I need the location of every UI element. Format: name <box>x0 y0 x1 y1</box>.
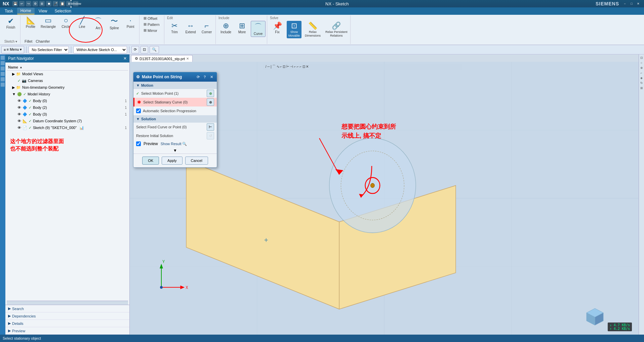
relax-persistent-btn[interactable]: 🔗 Relax PersistentRelations <box>324 21 349 38</box>
window-controls[interactable]: − □ ✕ <box>622 1 641 6</box>
automatic-selection-row[interactable]: Automatic Selection Progression <box>133 106 217 115</box>
trim-btn[interactable]: ✂ Trim <box>167 21 182 35</box>
dialog-refresh-icon[interactable]: ⟳ <box>195 74 201 80</box>
motion-section-header[interactable]: ▼ Motion <box>133 82 217 89</box>
close-btn[interactable]: ✕ <box>635 1 641 6</box>
relax-dimensions-btn[interactable]: 📏 RelaxDimensions <box>304 21 322 38</box>
zoom-btn[interactable]: 🔍 <box>150 46 159 53</box>
tab-close-icon[interactable]: ✕ <box>186 57 189 60</box>
arc-btn[interactable]: ⌒ Arc <box>91 15 106 31</box>
pn-row-body0[interactable]: 👁 🔷 ✓ Body (0) 1 <box>7 97 128 104</box>
select-fixed-curve-row[interactable]: Select Fixed Curve or Point (0) ⊢ <box>133 123 217 131</box>
search-panel[interactable]: ▶ Search <box>5 305 129 312</box>
reset-view-btn[interactable]: ⟳ <box>131 46 139 53</box>
dropdown-arrow[interactable]: ▼ <box>133 147 217 154</box>
finish-btn[interactable]: ✔ Finish <box>3 16 18 30</box>
select-stationary-curve-btn[interactable]: ⊕ <box>207 98 214 106</box>
restore-btn[interactable]: ↺ <box>207 132 214 139</box>
show-movable-btn[interactable]: ⊡ ShowMovable <box>287 21 301 38</box>
clipboard-icon[interactable]: 📋 <box>59 1 65 6</box>
pn-close-icon[interactable]: ✕ <box>123 56 127 61</box>
sidebar-icon-4[interactable] <box>1 72 5 76</box>
minimize-btn[interactable]: − <box>622 1 628 6</box>
rs-icon-7[interactable]: ⊞ <box>640 86 644 90</box>
menu-btn[interactable]: ≡ ≡ Menu ▾ <box>1 46 24 53</box>
undo-icon[interactable]: ↩ <box>19 1 25 6</box>
rs-icon-3[interactable]: ⊕ <box>640 66 644 70</box>
preview-panel[interactable]: ▶ Preview <box>5 327 129 335</box>
cancel-btn[interactable]: Cancel <box>185 157 208 165</box>
selection-filter-dropdown[interactable]: No Selection Filter <box>29 46 69 53</box>
pn-row-body3[interactable]: 👁 🔷 ✓ Body (3) 1 <box>7 111 128 118</box>
window-menu-icon[interactable]: ▾ Window ▾ <box>73 1 78 6</box>
chamfer-btn[interactable]: Chamfer <box>34 39 51 44</box>
corner-btn[interactable]: ⌐ Corner <box>199 21 214 35</box>
maximize-btn[interactable]: □ <box>629 1 635 6</box>
spline-btn[interactable]: 〜 Spline <box>107 15 122 31</box>
pn-scrollbar[interactable] <box>7 301 128 305</box>
point-btn[interactable]: · Point <box>123 15 138 30</box>
canvas-tab[interactable]: ⚙ D135T-201001A001_stp.prt ✕ <box>131 55 193 62</box>
show-result-btn[interactable]: Show Result 🔍 <box>161 142 187 146</box>
mirror-btn[interactable]: ⊞ Mirror <box>142 28 163 33</box>
automatic-selection-checkbox[interactable] <box>136 109 141 113</box>
mic-icon[interactable]: 🎤 <box>53 1 58 6</box>
select-fixed-curve-btn[interactable]: ⊢ <box>207 123 214 131</box>
curve-btn[interactable]: ⌒ Curve <box>251 21 266 37</box>
menu-selection[interactable]: Selection <box>51 8 75 14</box>
pn-row-datum[interactable]: 👁 📐 ✓ Datum Coordinate System (7) <box>7 118 128 124</box>
sidebar-icon-5[interactable] <box>1 77 5 81</box>
pn-row-model-history[interactable]: ▼ 🟢 ✓ Model History <box>7 91 128 97</box>
fix-btn[interactable]: 📌 Fix <box>270 21 285 38</box>
rectangle-btn[interactable]: ▭ Rectangle <box>39 15 57 30</box>
pn-row-sketch[interactable]: 👁 📄 ✓ Sketch (9) "SKETCH_000" 📊 1 <box>7 124 128 131</box>
menu-view[interactable]: View <box>35 8 51 14</box>
within-filter-dropdown[interactable]: Within Active Sketch O... <box>73 46 127 53</box>
offset-btn[interactable]: ⊞ Offset <box>142 15 163 21</box>
ok-btn[interactable]: OK <box>142 157 159 165</box>
record-icon[interactable]: ⏺ <box>46 1 51 6</box>
more-btn[interactable]: ⊞ More <box>235 21 249 37</box>
pn-row-model-views[interactable]: ▶ 📁 Model Views <box>7 71 128 77</box>
dialog-close-icon[interactable]: ✕ <box>209 74 214 80</box>
sidebar-icon-3[interactable] <box>1 67 5 71</box>
fillet-btn[interactable]: Fillet <box>23 39 34 44</box>
details-panel[interactable]: ▶ Details <box>5 320 129 327</box>
rs-icon-1[interactable]: ⊡ <box>640 56 644 60</box>
options-icon[interactable]: ⚙ <box>33 1 38 6</box>
rs-icon-4[interactable]: ⌐ <box>640 71 644 75</box>
sidebar-icon-1[interactable] <box>1 56 5 60</box>
dialog-help-icon[interactable]: ? <box>202 74 207 80</box>
dependencies-panel[interactable]: ▶ Dependencies <box>5 312 129 320</box>
pn-row-body2[interactable]: 👁 🔷 ✓ Body (2) 1 <box>7 104 128 111</box>
viewport[interactable]: Y X / ─ | ⌒ ∿ ⌐ ⊡ ⊢ ⊣ ⌐ ⌐ ⌐ ⊡ ✕ 想要把圆心约束到… <box>130 62 639 335</box>
sketch-group-label: Sketch ▾ <box>4 40 17 43</box>
profile-btn[interactable]: 📐 Profile <box>23 15 38 30</box>
circle-btn[interactable]: ○ Circle <box>58 15 73 30</box>
pn-item-label: Body (2) <box>33 105 47 110</box>
fit-btn[interactable]: ⊡ <box>140 46 148 53</box>
include-btn[interactable]: ⊕ Include <box>218 21 233 37</box>
solution-section-header[interactable]: ▼ Solution <box>133 115 217 123</box>
select-motion-point-btn[interactable]: ⊕ <box>207 90 214 97</box>
fix-label: Fix <box>275 30 279 34</box>
redo-icon[interactable]: ↪ <box>26 1 31 6</box>
sidebar-icon-2[interactable] <box>1 61 5 65</box>
preview-checkbox[interactable] <box>136 141 141 146</box>
select-motion-point-row[interactable]: ✓ Select Motion Point (1) ⊕ <box>133 89 217 98</box>
save-icon[interactable]: 💾 <box>12 1 18 6</box>
pattern-btn[interactable]: ⊞ Pattern <box>142 22 163 27</box>
line-btn[interactable]: ╱ Line <box>75 15 89 30</box>
pn-row-nontimestamp[interactable]: ▶ 📁 Non-timestamp Geometry <box>7 84 128 91</box>
extend-btn[interactable]: ↔ Extend <box>183 21 198 35</box>
sidebar-icon-6[interactable] <box>1 83 5 87</box>
window-icon[interactable]: ⊞ <box>39 1 45 6</box>
rs-icon-2[interactable]: ○ <box>640 61 644 65</box>
rs-icon-6[interactable]: ↻ <box>640 81 644 85</box>
rs-icon-5[interactable]: ◈ <box>640 76 644 80</box>
menu-task[interactable]: Task <box>1 8 16 14</box>
menu-home[interactable]: Home <box>17 8 35 14</box>
apply-btn[interactable]: Apply <box>162 157 183 165</box>
pn-row-cameras[interactable]: ✓ 📷 Cameras <box>7 77 128 84</box>
select-stationary-curve-row[interactable]: ✱ Select Stationary Curve (0) ⊕ <box>133 98 217 106</box>
